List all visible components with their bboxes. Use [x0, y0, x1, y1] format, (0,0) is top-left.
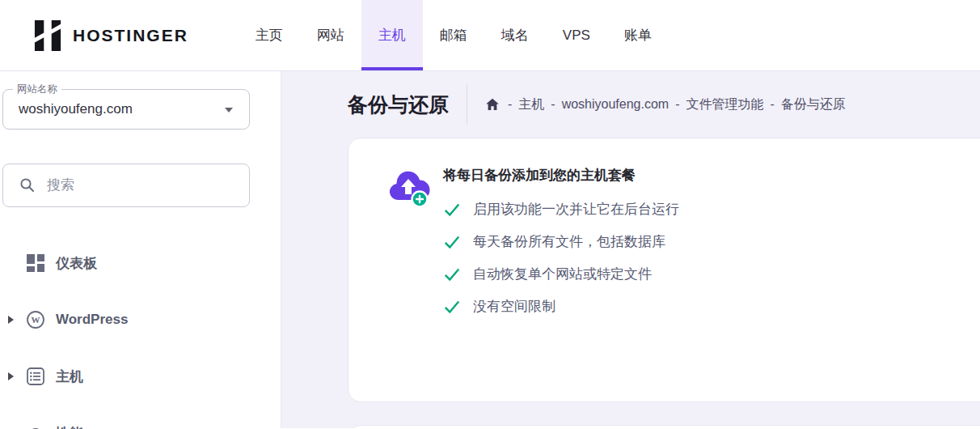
nav-item-billing[interactable]: 账单 — [607, 0, 669, 70]
search-box — [2, 164, 250, 207]
nav-item-websites[interactable]: 网站 — [300, 0, 361, 70]
svg-text:W: W — [32, 315, 40, 325]
sidebar: 网站名称 woshiyoufeng.com — [0, 71, 281, 428]
page-title: 备份与还原 — [348, 91, 449, 118]
sidebar-item-wordpress[interactable]: W WordPress — [8, 291, 281, 348]
feature-item: 启用该功能一次并让它在后台运行 — [443, 200, 679, 219]
hosting-icon — [26, 367, 45, 386]
breadcrumb-file-management[interactable]: 文件管理功能 — [686, 96, 764, 113]
website-selector-value: woshiyoufeng.com — [19, 101, 133, 117]
chevron-down-icon — [225, 108, 233, 113]
feature-item: 没有空间限制 — [443, 297, 679, 316]
header-divider — [467, 84, 467, 125]
hostinger-logo-icon — [34, 20, 61, 51]
top-nav-bar: HOSTINGER 主页 网站 主机 邮箱 域名 VPS 账单 — [0, 0, 980, 71]
performance-icon — [26, 423, 45, 429]
home-icon[interactable] — [485, 98, 500, 111]
next-card-partial — [348, 425, 980, 428]
website-selector[interactable]: 网站名称 woshiyoufeng.com — [2, 89, 250, 130]
check-icon — [443, 201, 461, 219]
breadcrumb-hosting[interactable]: 主机 — [518, 96, 544, 113]
main-content: 备份与还原 - 主机 - woshiyoufeng.com - 文件管理功能 -… — [281, 71, 980, 428]
dashboard-icon — [26, 253, 45, 273]
page-header: 备份与还原 - 主机 - woshiyoufeng.com - 文件管理功能 -… — [348, 71, 980, 138]
nav-item-home[interactable]: 主页 — [239, 0, 300, 70]
search-icon — [19, 177, 36, 193]
nav-item-domains[interactable]: 域名 — [484, 0, 546, 70]
expand-caret-icon[interactable] — [8, 316, 14, 324]
search-input[interactable] — [47, 177, 236, 193]
website-selector-label: 网站名称 — [13, 83, 61, 96]
expand-caret-icon[interactable] — [8, 372, 14, 380]
breadcrumb: - 主机 - woshiyoufeng.com - 文件管理功能 - 备份与还原 — [485, 96, 846, 113]
check-icon — [443, 265, 461, 283]
sidebar-item-hosting[interactable]: 主机 — [8, 348, 281, 405]
nav-item-email[interactable]: 邮箱 — [423, 0, 484, 70]
nav-item-vps[interactable]: VPS — [546, 0, 607, 70]
sidebar-item-dashboard[interactable]: 仪表板 — [8, 235, 281, 291]
backup-upsell-card: 将每日备份添加到您的主机套餐 启用该功能一次并让它在后台运行 每天备份所有文件，… — [348, 138, 980, 402]
brand-wordmark: HOSTINGER — [73, 26, 188, 45]
cloud-upload-add-icon — [387, 171, 430, 401]
breadcrumb-current: 备份与还原 — [781, 96, 846, 113]
check-icon — [443, 233, 461, 251]
upsell-heading: 将每日备份添加到您的主机套餐 — [443, 166, 679, 185]
wordpress-icon: W — [26, 310, 45, 329]
feature-item: 自动恢复单个网站或特定文件 — [443, 265, 679, 283]
hostinger-logo[interactable]: HOSTINGER — [34, 0, 188, 70]
breadcrumb-site[interactable]: woshiyoufeng.com — [562, 97, 670, 112]
primary-nav: 主页 网站 主机 邮箱 域名 VPS 账单 — [239, 0, 669, 70]
sidebar-item-performance[interactable]: 性能 — [8, 405, 281, 429]
nav-item-hosting[interactable]: 主机 — [361, 0, 423, 70]
feature-item: 每天备份所有文件，包括数据库 — [443, 232, 679, 251]
check-icon — [443, 298, 461, 316]
feature-list: 启用该功能一次并让它在后台运行 每天备份所有文件，包括数据库 自动恢复单个网站或… — [443, 200, 679, 316]
sidebar-menu: 仪表板 W WordPress — [0, 235, 281, 429]
